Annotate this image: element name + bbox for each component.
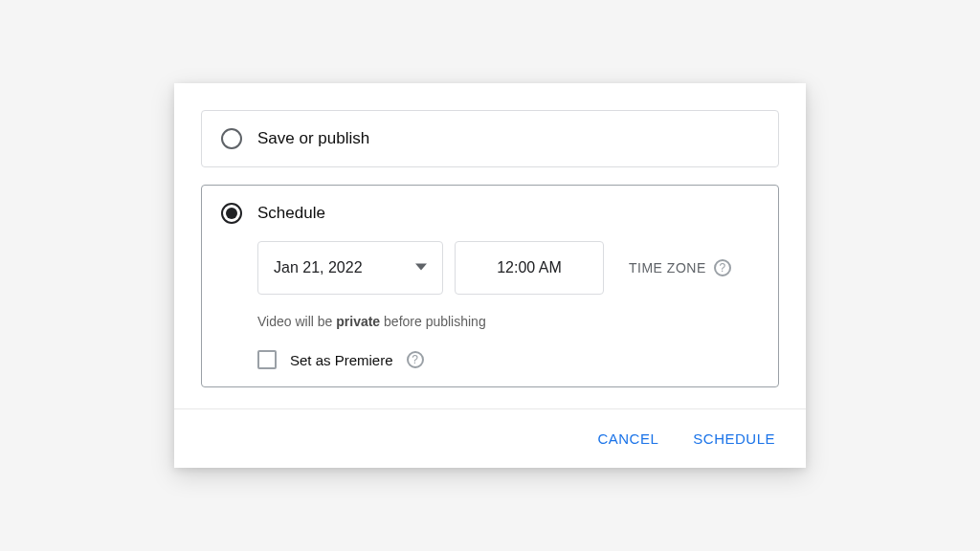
option-save-or-publish[interactable]: Save or publish — [201, 110, 779, 167]
radio-checked-icon[interactable] — [221, 203, 242, 224]
option-schedule[interactable]: Schedule Jan 21, 2022 12:00 AM TIME ZONE — [201, 185, 779, 387]
date-picker[interactable]: Jan 21, 2022 — [257, 241, 443, 295]
note-bold: private — [336, 314, 380, 329]
timezone[interactable]: TIME ZONE ? — [629, 259, 731, 276]
schedule-body: Jan 21, 2022 12:00 AM TIME ZONE ? Video — [221, 224, 759, 369]
time-picker-value: 12:00 AM — [497, 259, 562, 276]
radio-dot-icon — [226, 208, 237, 219]
cancel-button[interactable]: CANCEL — [593, 425, 662, 452]
option-label: Save or publish — [257, 129, 369, 148]
dialog-content: Save or publish Schedule Jan 21, 2022 — [174, 83, 806, 408]
premiere-row: Set as Premiere ? — [257, 350, 759, 369]
premiere-checkbox[interactable] — [257, 350, 277, 369]
schedule-button[interactable]: SCHEDULE — [689, 425, 779, 452]
note-prefix: Video will be — [257, 314, 336, 329]
timezone-label: TIME ZONE — [629, 260, 706, 276]
radio-unchecked-icon[interactable] — [221, 128, 242, 149]
picker-row: Jan 21, 2022 12:00 AM TIME ZONE ? — [257, 241, 759, 295]
dialog-footer: CANCEL SCHEDULE — [174, 408, 806, 468]
option-header: Save or publish — [221, 128, 759, 149]
option-header: Schedule — [221, 203, 759, 224]
option-label: Schedule — [257, 204, 325, 223]
help-icon[interactable]: ? — [714, 259, 731, 276]
premiere-label: Set as Premiere — [290, 352, 393, 368]
chevron-down-icon — [415, 259, 427, 276]
date-picker-value: Jan 21, 2022 — [274, 259, 363, 276]
help-icon[interactable]: ? — [407, 351, 424, 368]
time-picker[interactable]: 12:00 AM — [455, 241, 604, 295]
note-suffix: before publishing — [380, 314, 486, 329]
schedule-dialog: Save or publish Schedule Jan 21, 2022 — [174, 83, 806, 468]
privacy-note: Video will be private before publishing — [257, 314, 759, 329]
